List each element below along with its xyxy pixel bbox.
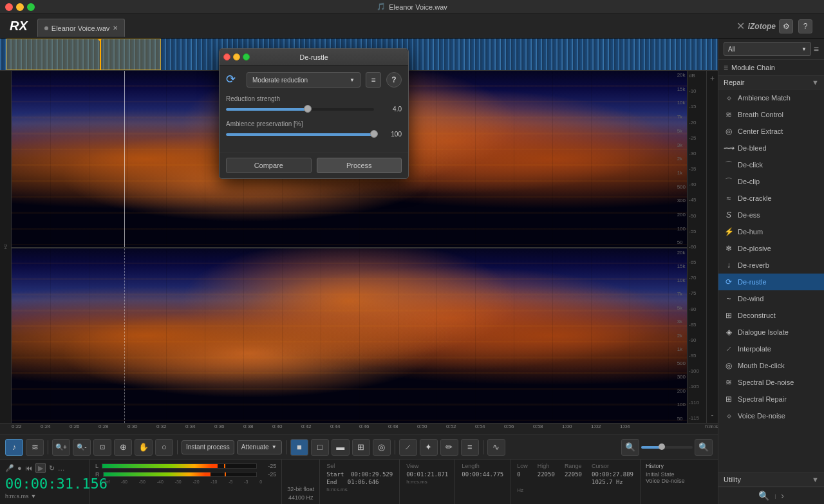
reduction-strength-track[interactable] [226, 108, 374, 111]
sidebar-filter-dropdown[interactable]: All ▼ [724, 42, 811, 56]
more-btn[interactable]: … [58, 464, 65, 472]
tool-lasso[interactable]: ⟋ [399, 439, 417, 456]
sidebar-item-voice-de-noise[interactable]: ⟐ Voice De-noise [718, 407, 824, 424]
tool-circle[interactable]: ○ [155, 439, 173, 456]
sidebar-list-icon[interactable]: ≡ [814, 44, 819, 54]
tool-pan[interactable]: ✋ [135, 439, 153, 456]
sidebar-item-spectral-repair[interactable]: ⊞ Spectral Repair [718, 391, 824, 407]
sidebar-item-center-extract[interactable]: ◎ Center Extract [718, 123, 824, 140]
prev-btn[interactable]: ⏮ [25, 464, 32, 472]
tool-zoom-sel[interactable]: ⊡ [93, 439, 111, 456]
sidebar-item-breath-control[interactable]: ≋ Breath Control [718, 106, 824, 123]
de-wind-label: De-wind [738, 295, 763, 303]
zoom-in-btn[interactable]: 🔍 [695, 439, 713, 456]
dialog-window-controls[interactable] [223, 53, 250, 61]
sidebar-item-de-reverb[interactable]: ↓ De-reverb [718, 257, 824, 274]
sidebar-item-de-plosive[interactable]: ❄ De-plosive [718, 240, 824, 257]
dialog-help-btn[interactable]: ? [386, 72, 402, 88]
ambience-preservation-value[interactable]: 100 [379, 131, 402, 138]
sidebar-item-mouth-de-click[interactable]: ◎ Mouth De-click [718, 357, 824, 374]
sidebar-item-de-wind[interactable]: ~ De-wind [718, 290, 824, 307]
dialog-max-btn[interactable] [243, 53, 250, 61]
attenuate-dropdown[interactable]: Attenuate ▼ [237, 440, 282, 454]
zoom-out-vert[interactable]: - [711, 411, 714, 420]
sidebar-arrow-btn[interactable]: › [781, 490, 784, 501]
zoom-in-vert[interactable]: + [710, 74, 715, 83]
sidebar-item-de-clip[interactable]: ⌒ De-clip [718, 173, 824, 190]
tool-zoom-out[interactable]: 🔍- [73, 439, 91, 456]
de-rustle-label: De-rustle [738, 278, 767, 286]
instant-process-dropdown[interactable]: Instant process [182, 440, 234, 454]
minimize-button[interactable] [16, 3, 24, 11]
record-btn[interactable]: ● [17, 464, 22, 472]
mouth-de-click-icon: ◎ [724, 360, 734, 371]
tool-waveform[interactable]: ♪ [5, 439, 23, 456]
high-val: 22050 [538, 471, 555, 478]
maximize-button[interactable] [27, 3, 35, 11]
vertical-scroll[interactable]: + - [706, 71, 718, 423]
tool-curve[interactable]: ∿ [487, 439, 505, 456]
zoom-slider[interactable] [641, 446, 693, 449]
dialog-min-btn[interactable] [233, 53, 240, 61]
de-hum-label: De-hum [738, 228, 763, 236]
reduction-strength-value[interactable]: 4.0 [379, 106, 402, 113]
tool-select[interactable]: ⊕ [114, 439, 132, 456]
sidebar-item-interpolate[interactable]: ⟋ Interpolate [718, 341, 824, 357]
db-scale: dB -10 -15 -20 -25 -30 -35 -40 -45 -50 -… [687, 71, 706, 423]
dialog-list-btn[interactable]: ≡ [366, 72, 381, 88]
zoom-out-btn[interactable]: 🔍 [621, 439, 639, 456]
close-tab-icon[interactable]: ✕ [113, 24, 118, 32]
process-button[interactable]: Process [317, 158, 402, 173]
deconstruct-icon: ⊞ [724, 310, 734, 321]
time-dropdown-icon[interactable]: ▼ [31, 493, 37, 499]
initial-state-label: Initial State [646, 471, 675, 478]
reduction-strength-label: Reduction strength [226, 95, 402, 102]
sidebar-item-de-hum[interactable]: ⚡ De-hum [718, 223, 824, 240]
tool-pencil[interactable]: ✏ [440, 439, 458, 456]
repair-section-header[interactable]: Repair ▼ [718, 76, 824, 89]
app: RX Eleanor Voice.wav ✕ ✕ iZotope ⚙ ? [0, 14, 824, 504]
sidebar-items: ⟐ Ambience Match ≋ Breath Control ◎ Cent… [718, 89, 824, 472]
zoom-thumb[interactable] [659, 443, 665, 450]
view-btn-1[interactable]: ■ [290, 439, 308, 456]
view-btn-4[interactable]: ⊞ [352, 439, 370, 456]
sidebar-item-de-click[interactable]: ⌒ De-click [718, 156, 824, 173]
sidebar-item-dialogue-isolate[interactable]: ◈ Dialogue Isolate [718, 324, 824, 341]
history-title: History [646, 463, 713, 469]
help-icon[interactable]: ? [798, 19, 812, 33]
ambience-preservation-thumb[interactable] [370, 130, 378, 138]
tool-brush[interactable]: ≡ [461, 439, 479, 456]
reduction-strength-thumb[interactable] [304, 105, 312, 113]
sidebar-zoom-out-btn[interactable]: 🔍 [758, 490, 769, 501]
sidebar-item-deconstruct[interactable]: ⊞ Deconstruct [718, 307, 824, 324]
view-btn-2[interactable]: □ [311, 439, 329, 456]
ambience-preservation-track[interactable] [226, 133, 374, 136]
sidebar-item-de-ess[interactable]: S De-ess [718, 207, 824, 223]
low-label: Low [517, 463, 528, 469]
preset-dropdown[interactable]: Moderate reduction ▼ [247, 72, 360, 88]
window-controls[interactable] [5, 3, 35, 11]
dialog-close-btn[interactable] [223, 53, 230, 61]
loop-btn[interactable]: ↻ [49, 464, 55, 472]
tool-spectrogram[interactable]: ≋ [26, 439, 44, 456]
view-btn-3[interactable]: ▬ [332, 439, 350, 456]
sidebar-item-spectral-de-noise[interactable]: ≋ Spectral De-noise [718, 374, 824, 391]
settings-icon[interactable]: ⚙ [779, 19, 793, 33]
compare-button[interactable]: Compare [226, 158, 312, 173]
sidebar-item-de-crackle[interactable]: ≈ De-crackle [718, 190, 824, 207]
sidebar-item-de-rustle[interactable]: ⟳ De-rustle [718, 274, 824, 290]
sidebar-item-de-bleed[interactable]: ⟿ De-bleed [718, 140, 824, 156]
mouth-de-click-label: Mouth De-click [738, 362, 785, 369]
close-button[interactable] [5, 3, 13, 11]
view-btn-5[interactable]: ◎ [373, 439, 391, 456]
preset-label: Moderate reduction [252, 77, 308, 84]
overview-selection[interactable] [6, 39, 161, 70]
spectrogram-bottom[interactable]: 20k 15k 10k 7k 5k 3k 2k 1k 500 300 200 1… [12, 247, 687, 424]
length-label: Length [462, 463, 503, 469]
play-btn[interactable]: ▶ [35, 463, 46, 473]
file-tab[interactable]: Eleanor Voice.wav ✕ [37, 19, 126, 37]
tool-magic[interactable]: ✦ [420, 439, 438, 456]
utility-section-header[interactable]: Utility ▼ [718, 473, 824, 487]
tool-zoom-in[interactable]: 🔍+ [52, 439, 70, 456]
sidebar-item-ambience-match[interactable]: ⟐ Ambience Match [718, 89, 824, 106]
